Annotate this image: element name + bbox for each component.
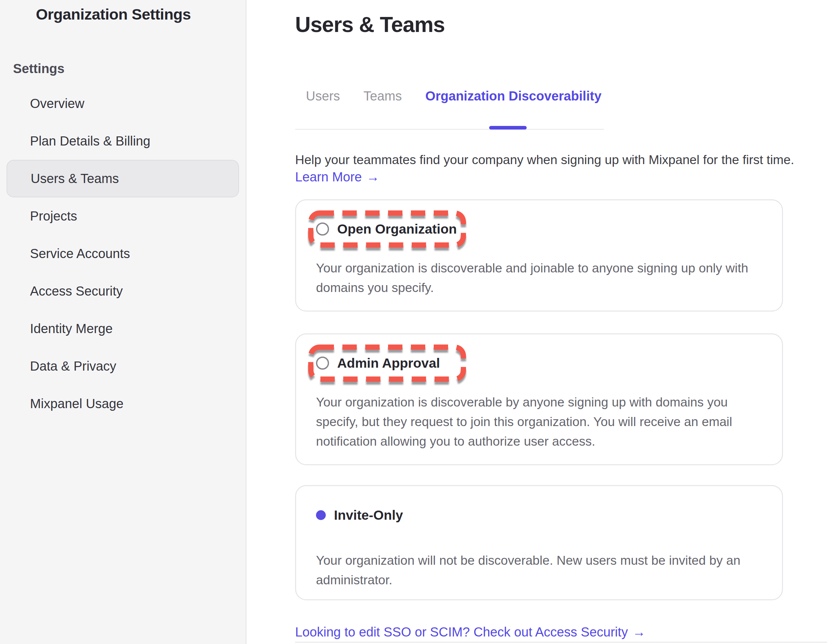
radio-selected-icon[interactable] xyxy=(316,510,326,520)
option-card-open-organization: Open Organization Your organization is d… xyxy=(295,199,783,311)
page-title: Users & Teams xyxy=(295,14,827,35)
active-tab-indicator xyxy=(489,126,527,130)
option-description-invite-only: Your organization will not be discoverab… xyxy=(316,551,759,590)
arrow-right-icon: → xyxy=(632,624,645,640)
sidebar-item-users-teams[interactable]: Users & Teams xyxy=(6,160,239,197)
arrow-right-icon: → xyxy=(367,169,379,184)
tab-teams[interactable]: Teams xyxy=(363,88,402,104)
sidebar-title: Organization Settings xyxy=(36,5,245,23)
radio-option-admin-approval[interactable]: Admin Approval xyxy=(308,344,467,382)
sidebar-item-identity-merge[interactable]: Identity Merge xyxy=(0,310,245,347)
tab-bar: Users Teams Organization Discoverability xyxy=(295,88,827,104)
bottom-divider xyxy=(295,642,827,643)
sidebar-item-projects[interactable]: Projects xyxy=(0,197,245,235)
sidebar-item-mixpanel-usage[interactable]: Mixpanel Usage xyxy=(0,385,245,422)
tab-divider xyxy=(295,129,604,130)
radio-unselected-icon[interactable] xyxy=(316,356,329,370)
option-label-open-organization: Open Organization xyxy=(337,221,457,237)
option-description-admin-approval: Your organization is discoverable by any… xyxy=(316,392,759,451)
option-label-invite-only: Invite-Only xyxy=(334,507,403,523)
radio-unselected-icon[interactable] xyxy=(316,222,329,236)
option-description-open-organization: Your organization is discoverable and jo… xyxy=(316,258,759,297)
option-card-admin-approval: Admin Approval Your organization is disc… xyxy=(295,333,783,465)
sidebar: Organization Settings Settings Overview … xyxy=(0,0,247,644)
sidebar-section-label: Settings xyxy=(13,61,245,77)
sidebar-item-plan-details-billing[interactable]: Plan Details & Billing xyxy=(0,122,245,160)
tab-users[interactable]: Users xyxy=(306,88,340,104)
learn-more-link[interactable]: Learn More → xyxy=(295,169,379,184)
footer-link-label: Looking to edit SSO or SCIM? Check out A… xyxy=(295,624,628,640)
radio-option-invite-only[interactable]: Invite-Only xyxy=(316,507,782,523)
footer-access-security-link[interactable]: Looking to edit SSO or SCIM? Check out A… xyxy=(295,624,645,640)
tab-organization-discoverability[interactable]: Organization Discoverability xyxy=(425,88,601,104)
main-content: Users & Teams Users Teams Organization D… xyxy=(247,0,827,644)
sidebar-item-overview[interactable]: Overview xyxy=(0,85,245,122)
sidebar-item-service-accounts[interactable]: Service Accounts xyxy=(0,235,245,272)
radio-option-open-organization[interactable]: Open Organization xyxy=(308,210,467,248)
sidebar-item-access-security[interactable]: Access Security xyxy=(0,272,245,310)
organization-settings-page: Organization Settings Settings Overview … xyxy=(0,0,827,644)
intro-text: Help your teammates find your company wh… xyxy=(295,152,827,168)
annotation-box-open-organization: Open Organization xyxy=(308,210,467,248)
sidebar-item-data-privacy[interactable]: Data & Privacy xyxy=(0,347,245,385)
learn-more-label: Learn More xyxy=(295,169,362,184)
sidebar-nav: Overview Plan Details & Billing Users & … xyxy=(0,85,245,422)
option-label-admin-approval: Admin Approval xyxy=(337,355,440,371)
option-card-invite-only: Invite-Only Your organization will not b… xyxy=(295,485,783,600)
annotation-box-admin-approval: Admin Approval xyxy=(308,344,467,382)
